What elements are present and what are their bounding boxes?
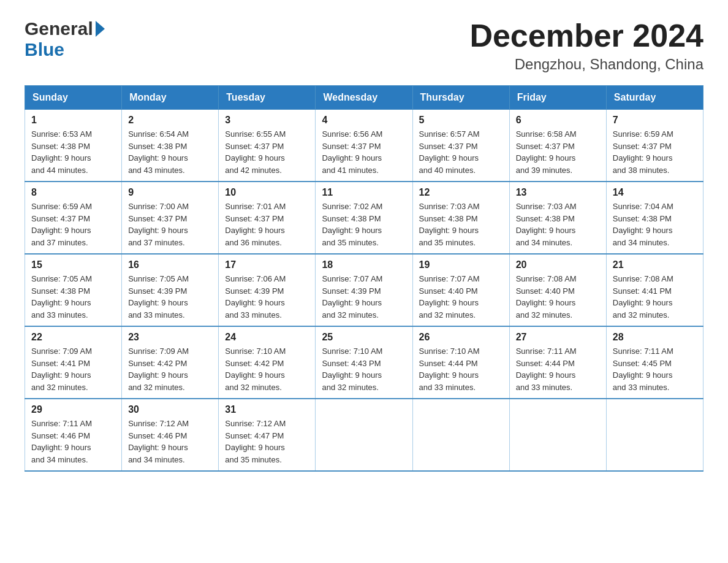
day-number: 26: [419, 332, 503, 343]
day-info: Sunrise: 7:10 AM Sunset: 4:42 PM Dayligh…: [225, 345, 309, 393]
day-number: 2: [128, 115, 212, 126]
day-info: Sunrise: 7:04 AM Sunset: 4:38 PM Dayligh…: [613, 201, 697, 248]
calendar-cell: 24 Sunrise: 7:10 AM Sunset: 4:42 PM Dayl…: [219, 326, 316, 399]
day-number: 17: [225, 259, 309, 270]
calendar-cell: 10 Sunrise: 7:01 AM Sunset: 4:37 PM Dayl…: [219, 182, 316, 254]
calendar-cell: 25 Sunrise: 7:10 AM Sunset: 4:43 PM Dayl…: [316, 326, 412, 399]
day-info: Sunrise: 7:09 AM Sunset: 4:42 PM Dayligh…: [128, 345, 212, 393]
calendar-cell: 18 Sunrise: 7:07 AM Sunset: 4:39 PM Dayl…: [316, 254, 412, 326]
day-number: 21: [613, 259, 697, 270]
calendar-header-wednesday: Wednesday: [316, 86, 412, 110]
day-info: Sunrise: 7:10 AM Sunset: 4:44 PM Dayligh…: [419, 345, 503, 393]
calendar-cell: 31 Sunrise: 7:12 AM Sunset: 4:47 PM Dayl…: [219, 399, 316, 471]
day-number: 18: [322, 259, 406, 270]
day-info: Sunrise: 7:10 AM Sunset: 4:43 PM Dayligh…: [322, 345, 406, 393]
calendar-week-row: 8 Sunrise: 6:59 AM Sunset: 4:37 PM Dayli…: [25, 182, 703, 254]
calendar-cell: 27 Sunrise: 7:11 AM Sunset: 4:44 PM Dayl…: [509, 326, 606, 399]
calendar-cell: [412, 399, 509, 471]
day-info: Sunrise: 6:57 AM Sunset: 4:37 PM Dayligh…: [419, 128, 503, 176]
day-number: 10: [225, 187, 309, 198]
day-number: 20: [516, 259, 600, 270]
day-number: 12: [419, 187, 503, 198]
calendar-header-saturday: Saturday: [606, 86, 703, 110]
day-number: 27: [516, 332, 600, 343]
page-subtitle: Dengzhou, Shandong, China: [469, 56, 703, 73]
calendar-cell: 7 Sunrise: 6:59 AM Sunset: 4:37 PM Dayli…: [606, 110, 703, 182]
day-number: 19: [419, 259, 503, 270]
calendar-week-row: 15 Sunrise: 7:05 AM Sunset: 4:38 PM Dayl…: [25, 254, 703, 326]
calendar-cell: 9 Sunrise: 7:00 AM Sunset: 4:37 PM Dayli…: [122, 182, 219, 254]
calendar-cell: [316, 399, 412, 471]
calendar-cell: 6 Sunrise: 6:58 AM Sunset: 4:37 PM Dayli…: [509, 110, 606, 182]
day-number: 15: [31, 259, 115, 270]
day-number: 30: [128, 404, 212, 415]
day-number: 23: [128, 332, 212, 343]
day-info: Sunrise: 7:08 AM Sunset: 4:41 PM Dayligh…: [613, 273, 697, 321]
day-number: 9: [128, 187, 212, 198]
calendar-header-friday: Friday: [509, 86, 606, 110]
page-title: December 2024: [469, 18, 703, 53]
day-number: 22: [31, 332, 115, 343]
calendar-week-row: 29 Sunrise: 7:11 AM Sunset: 4:46 PM Dayl…: [25, 399, 703, 471]
calendar-cell: 3 Sunrise: 6:55 AM Sunset: 4:37 PM Dayli…: [219, 110, 316, 182]
day-number: 1: [31, 115, 115, 126]
calendar-cell: 28 Sunrise: 7:11 AM Sunset: 4:45 PM Dayl…: [606, 326, 703, 399]
day-number: 28: [613, 332, 697, 343]
day-number: 8: [31, 187, 115, 198]
day-info: Sunrise: 7:09 AM Sunset: 4:41 PM Dayligh…: [31, 345, 115, 393]
calendar-cell: 1 Sunrise: 6:53 AM Sunset: 4:38 PM Dayli…: [25, 110, 122, 182]
day-info: Sunrise: 7:11 AM Sunset: 4:45 PM Dayligh…: [613, 345, 697, 393]
calendar-cell: 29 Sunrise: 7:11 AM Sunset: 4:46 PM Dayl…: [25, 399, 122, 471]
logo-triangle-icon: [96, 21, 105, 37]
calendar-cell: 4 Sunrise: 6:56 AM Sunset: 4:37 PM Dayli…: [316, 110, 412, 182]
calendar-week-row: 22 Sunrise: 7:09 AM Sunset: 4:41 PM Dayl…: [25, 326, 703, 399]
day-info: Sunrise: 6:56 AM Sunset: 4:37 PM Dayligh…: [322, 128, 406, 176]
calendar-cell: 16 Sunrise: 7:05 AM Sunset: 4:39 PM Dayl…: [122, 254, 219, 326]
calendar-header-row: SundayMondayTuesdayWednesdayThursdayFrid…: [25, 86, 703, 110]
day-number: 24: [225, 332, 309, 343]
day-number: 6: [516, 115, 600, 126]
day-number: 5: [419, 115, 503, 126]
day-info: Sunrise: 7:05 AM Sunset: 4:38 PM Dayligh…: [31, 273, 115, 321]
calendar-cell: 26 Sunrise: 7:10 AM Sunset: 4:44 PM Dayl…: [412, 326, 509, 399]
day-info: Sunrise: 7:01 AM Sunset: 4:37 PM Dayligh…: [225, 201, 309, 248]
day-number: 7: [613, 115, 697, 126]
title-block: December 2024 Dengzhou, Shandong, China: [469, 18, 703, 73]
calendar-cell: 19 Sunrise: 7:07 AM Sunset: 4:40 PM Dayl…: [412, 254, 509, 326]
day-info: Sunrise: 7:03 AM Sunset: 4:38 PM Dayligh…: [516, 201, 600, 248]
day-info: Sunrise: 7:08 AM Sunset: 4:40 PM Dayligh…: [516, 273, 600, 321]
logo-blue: Blue: [25, 39, 64, 60]
day-number: 13: [516, 187, 600, 198]
calendar-cell: 21 Sunrise: 7:08 AM Sunset: 4:41 PM Dayl…: [606, 254, 703, 326]
day-number: 4: [322, 115, 406, 126]
day-number: 25: [322, 332, 406, 343]
calendar-cell: 11 Sunrise: 7:02 AM Sunset: 4:38 PM Dayl…: [316, 182, 412, 254]
day-info: Sunrise: 6:58 AM Sunset: 4:37 PM Dayligh…: [516, 128, 600, 176]
day-number: 3: [225, 115, 309, 126]
day-info: Sunrise: 7:02 AM Sunset: 4:38 PM Dayligh…: [322, 201, 406, 248]
day-number: 31: [225, 404, 309, 415]
logo-general: General: [25, 18, 93, 39]
calendar-week-row: 1 Sunrise: 6:53 AM Sunset: 4:38 PM Dayli…: [25, 110, 703, 182]
calendar-cell: 22 Sunrise: 7:09 AM Sunset: 4:41 PM Dayl…: [25, 326, 122, 399]
calendar-cell: 23 Sunrise: 7:09 AM Sunset: 4:42 PM Dayl…: [122, 326, 219, 399]
calendar-cell: 17 Sunrise: 7:06 AM Sunset: 4:39 PM Dayl…: [219, 254, 316, 326]
calendar-cell: 20 Sunrise: 7:08 AM Sunset: 4:40 PM Dayl…: [509, 254, 606, 326]
day-info: Sunrise: 7:12 AM Sunset: 4:47 PM Dayligh…: [225, 418, 309, 465]
day-number: 16: [128, 259, 212, 270]
calendar-header-thursday: Thursday: [412, 86, 509, 110]
calendar-header-monday: Monday: [122, 86, 219, 110]
day-info: Sunrise: 7:11 AM Sunset: 4:44 PM Dayligh…: [516, 345, 600, 393]
day-number: 11: [322, 187, 406, 198]
day-info: Sunrise: 6:54 AM Sunset: 4:38 PM Dayligh…: [128, 128, 212, 176]
day-info: Sunrise: 7:03 AM Sunset: 4:38 PM Dayligh…: [419, 201, 503, 248]
day-number: 29: [31, 404, 115, 415]
calendar-cell: 12 Sunrise: 7:03 AM Sunset: 4:38 PM Dayl…: [412, 182, 509, 254]
calendar-cell: 14 Sunrise: 7:04 AM Sunset: 4:38 PM Dayl…: [606, 182, 703, 254]
day-info: Sunrise: 7:07 AM Sunset: 4:40 PM Dayligh…: [419, 273, 503, 321]
day-info: Sunrise: 6:59 AM Sunset: 4:37 PM Dayligh…: [31, 201, 115, 248]
day-info: Sunrise: 7:12 AM Sunset: 4:46 PM Dayligh…: [128, 418, 212, 465]
calendar-cell: 2 Sunrise: 6:54 AM Sunset: 4:38 PM Dayli…: [122, 110, 219, 182]
calendar-header-tuesday: Tuesday: [219, 86, 316, 110]
calendar-cell: 30 Sunrise: 7:12 AM Sunset: 4:46 PM Dayl…: [122, 399, 219, 471]
